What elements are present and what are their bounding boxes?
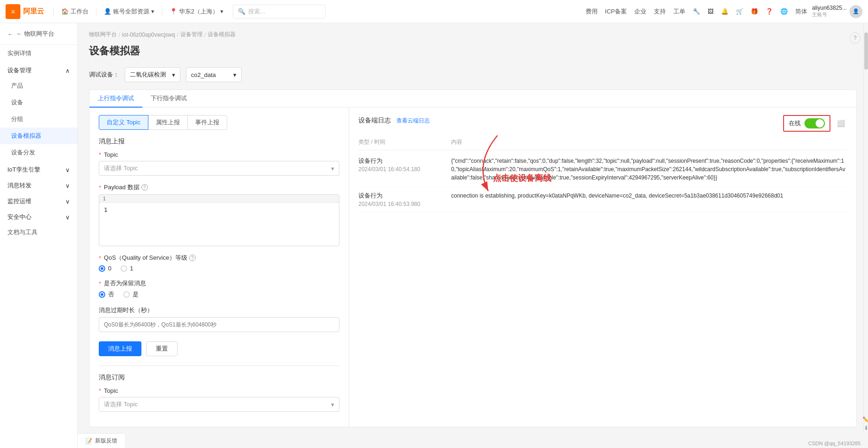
chevron-down-icon-region: ▾ [220,8,223,15]
help-icon-btn[interactable]: ? [849,32,861,44]
logo-text: 阿里云 [23,7,44,16]
nav-gift[interactable]: 🎁 [748,8,761,15]
nav-help[interactable]: ❓ [763,8,776,15]
retain-field: * 是否为保留消息 否 是 [99,279,339,299]
sidebar-item-docs[interactable]: 文档与工具 [0,224,77,241]
qos-help-icon[interactable]: ? [189,255,196,261]
user-menu[interactable]: aliyun63825... 主账号 👤 [812,5,862,18]
nav-cart[interactable]: 🛒 [733,8,746,15]
chevron-up-icon: ∧ [65,67,70,74]
cloud-log-link[interactable]: 查看云端日志 [396,117,430,125]
breadcrumb: 物联网平台 / iot-06z00ap0vwcjswq / 设备管理 / 设备模… [89,31,857,38]
sidebar-item-instance-detail[interactable]: 实例详情 [0,45,77,62]
sidebar-back-btn[interactable]: ← ← 物联网平台 [0,23,77,45]
section-divider [99,365,339,366]
ttl-input[interactable] [99,317,339,332]
nav-icon-tool[interactable]: 🔧 [690,8,703,15]
chevron-down-instance: ▾ [233,71,236,78]
log-content-1: connection is establishing, productKey=k… [451,192,847,207]
location-icon: 📍 [170,8,177,15]
chevron-down-sub-topic: ▾ [331,401,334,408]
topic-select[interactable]: 请选择 Topic ▾ [99,161,339,176]
sidebar-group-device-management[interactable]: 设备管理 ∧ [0,62,77,77]
submit-btn[interactable]: 消息上报 [99,341,141,356]
subtab-event[interactable]: 事件上报 [187,115,227,130]
sidebar-group-message-forward[interactable]: 消息转发 ∨ [0,177,77,192]
ttl-label: 消息过期时长（秒） [99,306,339,314]
reset-btn[interactable]: 重置 [146,341,178,356]
nav-globe[interactable]: 🌐 [778,8,791,15]
nav-ticket[interactable]: 工单 [670,7,688,16]
retain-dot-yes [123,291,130,298]
main-tabs: 上行指令调试 下行指令调试 [89,90,856,108]
qos-radio-0[interactable]: 0 [99,265,111,272]
breadcrumb-sep-3: / [204,32,206,38]
sidebar-group-iot-twin[interactable]: IoT孪生引擎 ∨ [0,161,77,177]
action-buttons: 消息上报 重置 [99,341,339,356]
nav-workbench[interactable]: 🏠 工作台 [56,0,94,23]
nav-support[interactable]: 支持 [651,7,669,16]
nav-divider-3 [162,7,162,16]
sidebar-item-device[interactable]: 设备 [0,94,77,111]
nav-icp[interactable]: ICP备案 [602,7,630,16]
sidebar-item-product[interactable]: 产品 [0,77,77,94]
sidebar-item-group[interactable]: 分组 [0,111,77,128]
avatar[interactable]: 👤 [849,5,862,18]
payload-help-icon[interactable]: ? [141,184,148,191]
chevron-down-icon-iot: ∨ [65,166,70,173]
retain-radio-yes[interactable]: 是 [123,290,139,299]
nav-icon-img[interactable]: 🖼 [705,8,716,15]
instance-select[interactable]: co2_data ▾ [186,67,242,82]
logo[interactable]: ≡ 阿里云 [6,4,44,19]
left-panel: 自定义 Topic 属性上报 事件上报 消息上报 * Topic [89,108,349,427]
breadcrumb-iot[interactable]: 物联网平台 [89,31,117,38]
breadcrumb-device-mgmt[interactable]: 设备管理 [180,31,203,38]
retain-radio-no[interactable]: 否 [99,290,114,299]
breadcrumb-current: 设备模拟器 [208,31,236,38]
log-time-1: 2024/03/01 16:40:53.980 [358,201,451,207]
search-box[interactable]: 🔍 搜索... [233,5,326,19]
nav-language[interactable]: 简体 [792,7,810,16]
qos-options: 0 1 [99,265,339,272]
page-title: 设备模拟器 [89,44,857,58]
breadcrumb-instance[interactable]: iot-06z00ap0vwcjswq [122,32,175,38]
edit-icon[interactable]: ✏️ [862,416,868,423]
payload-editor: 1 1 [99,194,339,246]
tab-downlink[interactable]: 下行指令调试 [142,90,195,108]
feedback-label: 新版反馈 [95,437,117,445]
subtab-custom-topic[interactable]: 自定义 Topic [99,115,148,130]
chevron-down-icon-sec: ∨ [65,214,70,221]
qos-radio-1[interactable]: 1 [121,265,133,272]
subscribe-topic-select[interactable]: 请选择 Topic ▾ [99,397,339,412]
nav-fee[interactable]: 费用 [583,7,600,16]
sidebar-item-device-simulator[interactable]: 设备模拟器 [0,128,77,144]
feedback-icon: 📝 [85,438,92,444]
sub-tabs: 自定义 Topic 属性上报 事件上报 [99,115,339,130]
subscribe-topic-field: * Topic 请选择 Topic ▾ [99,387,339,412]
log-actions: 在线 ⬜ [783,115,847,132]
sidebar-group-monitor[interactable]: 监控运维 ∨ [0,192,77,208]
nav-region[interactable]: 📍 华东2（上海） ▾ [164,0,229,23]
device-select[interactable]: 二氧化碳检测 ▾ [125,67,180,82]
log-content-0: {"cmd":"connack","retain":false,"qos":0,… [451,157,847,182]
csdn-credit: CSDN @qq_54193285 [808,441,861,446]
fullscreen-icon[interactable]: ⬜ [834,117,847,130]
nav-bell[interactable]: 🔔 [718,8,731,15]
retain-label: * 是否为保留消息 [99,279,339,288]
nav-account[interactable]: 👤 账号全部资源 ▾ [98,0,160,23]
online-toggle[interactable] [804,118,825,128]
sidebar-group-security[interactable]: 安全中心 ∨ [0,208,77,224]
feedback-bar[interactable]: 📝 新版反馈 [78,433,125,448]
account-icon: 👤 [104,8,111,15]
tab-uplink[interactable]: 上行指令调试 [89,90,142,108]
download-icon[interactable]: ⬇ [864,425,868,431]
sidebar-item-device-distribute[interactable]: 设备分发 [0,144,77,161]
topic-field: * Topic 请选择 Topic ▾ [99,151,339,176]
subtab-attribute[interactable]: 属性上报 [148,115,188,130]
scrollbar-track[interactable]: ✏️ ⬇ [863,23,868,433]
payload-textarea[interactable]: 1 [99,203,339,244]
scrollbar-thumb[interactable] [864,32,868,70]
top-navigation: ≡ 阿里云 🏠 工作台 👤 账号全部资源 ▾ 📍 华东2（上海） ▾ 🔍 搜索.… [0,0,868,23]
nav-enterprise[interactable]: 企业 [632,7,649,16]
nav-right-area: 费用 ICP备案 企业 支持 工单 🔧 🖼 🔔 🛒 🎁 ❓ 🌐 简体 aliyu… [583,5,862,18]
